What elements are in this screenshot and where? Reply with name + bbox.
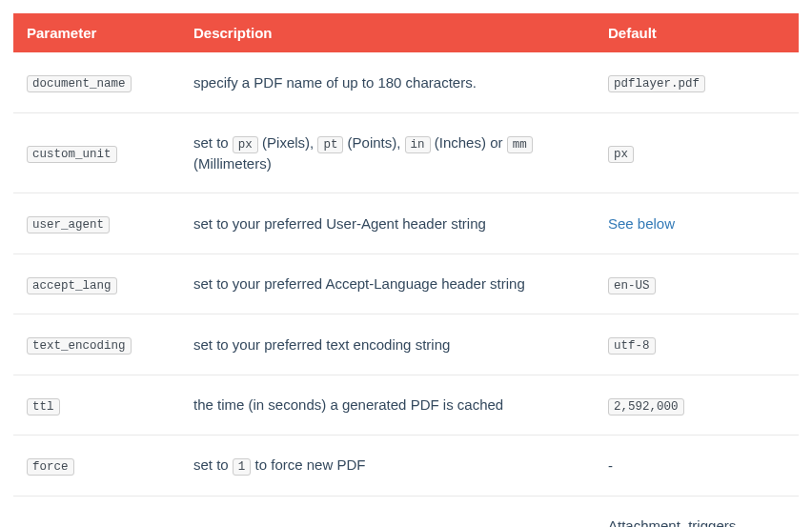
- description-cell: set to your preferred text encoding stri…: [180, 314, 595, 375]
- default-cell: -: [595, 436, 799, 497]
- default-cell-code: pdflayer.pdf: [608, 75, 705, 92]
- param-cell: accept_lang: [13, 253, 180, 314]
- table-row: text_encodingset to your preferred text …: [13, 314, 799, 375]
- description-cell-code-7: mm: [507, 136, 533, 153]
- default-cell: 2,592,000: [595, 375, 799, 436]
- description-cell-text-0: set to: [193, 456, 233, 473]
- default-cell: Attachment, triggers download: [595, 496, 799, 527]
- description-cell-text: set to your preferred User-Agent header …: [193, 215, 486, 232]
- description-cell-text-4: (Points),: [343, 134, 404, 151]
- description-cell-code-1: 1: [233, 458, 252, 476]
- param-code: text_encoding: [27, 337, 132, 355]
- table-row: custom_unitset to px (Pixels), pt (Point…: [13, 112, 799, 193]
- param-cell: document_name: [13, 52, 180, 112]
- default-cell: en-US: [595, 253, 799, 314]
- description-cell: set to px (Pixels), pt (Points), in (Inc…: [180, 112, 595, 193]
- param-code: document_name: [27, 75, 132, 92]
- table-row: forceset to 1 to force new PDF-: [13, 436, 799, 497]
- default-cell-code: 2,592,000: [608, 398, 684, 416]
- param-code: custom_unit: [27, 146, 117, 163]
- default-cell-code: en-US: [608, 277, 656, 294]
- default-cell-text: Attachment, triggers download: [608, 517, 736, 528]
- description-cell-text-2: (Pixels),: [258, 134, 318, 151]
- table-row: inlineset to 1 to display PDF document i…: [13, 496, 799, 527]
- description-cell: set to your preferred Accept-Language he…: [180, 253, 595, 314]
- description-cell-code-3: pt: [317, 136, 343, 153]
- table-row: user_agentset to your preferred User-Age…: [13, 193, 799, 254]
- header-description: Description: [180, 13, 595, 52]
- param-cell: inline: [13, 496, 180, 527]
- description-cell: set to 1 to force new PDF: [180, 436, 595, 497]
- default-cell: pdflayer.pdf: [595, 52, 799, 112]
- param-cell: force: [13, 436, 180, 497]
- table-row: ttlthe time (in seconds) a generated PDF…: [13, 375, 799, 436]
- param-code: ttl: [27, 398, 60, 416]
- param-code: force: [27, 458, 74, 476]
- description-cell-code-1: px: [233, 136, 258, 153]
- table-row: document_namespecify a PDF name of up to…: [13, 52, 799, 112]
- param-cell: user_agent: [13, 193, 180, 254]
- description-cell: set to 1 to display PDF document inline: [180, 496, 595, 527]
- description-cell: specify a PDF name of up to 180 characte…: [180, 52, 595, 112]
- description-cell: the time (in seconds) a generated PDF is…: [180, 375, 595, 436]
- description-cell-text: set to your preferred text encoding stri…: [193, 336, 450, 353]
- description-cell-text: set to your preferred Accept-Language he…: [193, 275, 525, 292]
- param-cell: ttl: [13, 375, 180, 436]
- default-cell: See below: [595, 193, 799, 254]
- header-row: Parameter Description Default: [13, 13, 799, 52]
- param-code: accept_lang: [27, 277, 117, 294]
- param-cell: custom_unit: [13, 112, 180, 193]
- description-cell-text-2: to force new PDF: [251, 456, 365, 473]
- default-cell-code: px: [608, 146, 634, 163]
- description-cell-text: the time (in seconds) a generated PDF is…: [193, 396, 503, 413]
- table-row: accept_langset to your preferred Accept-…: [13, 253, 799, 314]
- description-cell-text-6: (Inches) or: [431, 134, 507, 151]
- default-cell-code: utf-8: [608, 337, 656, 355]
- description-cell-text-0: set to: [193, 134, 233, 151]
- default-cell: px: [595, 112, 799, 193]
- parameters-table: Parameter Description Default document_n…: [13, 13, 799, 527]
- default-cell-link[interactable]: See below: [608, 215, 675, 232]
- description-cell-text-8: (Millimeters): [193, 155, 272, 172]
- default-cell: utf-8: [595, 314, 799, 375]
- header-parameter: Parameter: [13, 13, 180, 52]
- description-cell: set to your preferred User-Agent header …: [180, 193, 595, 254]
- header-default: Default: [595, 13, 799, 52]
- param-cell: text_encoding: [13, 314, 180, 375]
- param-code: user_agent: [27, 216, 110, 233]
- description-cell-text: specify a PDF name of up to 180 characte…: [193, 74, 477, 91]
- description-cell-code-5: in: [405, 136, 431, 153]
- default-cell-text: -: [608, 457, 613, 474]
